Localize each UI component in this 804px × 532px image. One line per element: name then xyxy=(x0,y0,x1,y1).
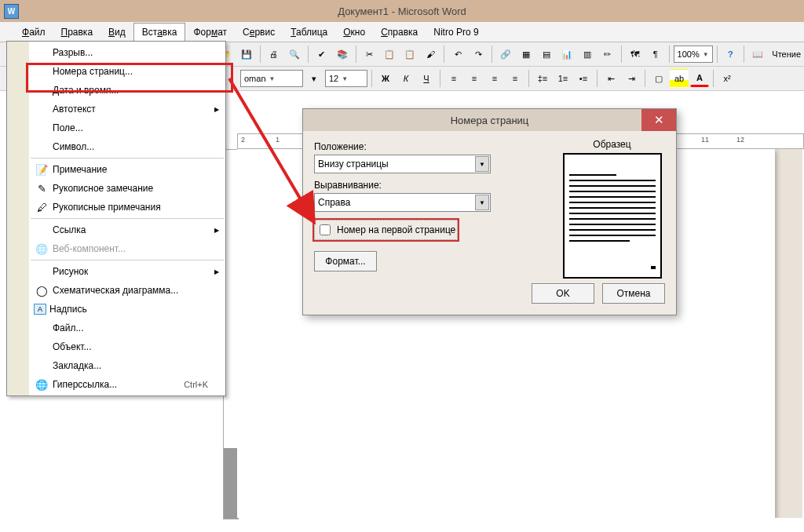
align-select[interactable]: Справа ▼ xyxy=(314,193,491,212)
numbering-icon[interactable]: 1≡ xyxy=(554,69,572,88)
dialog-close-button[interactable]: ✕ xyxy=(641,109,676,131)
first-page-label: Номер на первой странице xyxy=(337,224,455,235)
format-painter-icon[interactable]: 🖌 xyxy=(421,45,440,64)
align-left-icon[interactable]: ≡ xyxy=(444,69,463,88)
dialog-title-bar[interactable]: Номера страниц ✕ xyxy=(303,109,676,131)
chevron-down-icon: ▼ xyxy=(269,75,276,82)
copy-icon[interactable]: 📋 xyxy=(380,45,399,64)
menu-nitro[interactable]: Nitro Pro 9 xyxy=(426,24,486,41)
menu-file[interactable]: Файл xyxy=(14,24,53,41)
menu-item-diagram[interactable]: ◯Схематическая диаграмма... xyxy=(29,281,225,300)
font-size-combo[interactable]: 12 ▼ xyxy=(325,70,367,87)
menu-item-hyperlink[interactable]: 🌐Гиперссылка...Ctrl+K xyxy=(29,375,225,394)
align-value: Справа xyxy=(318,197,350,208)
position-select[interactable]: Внизу страницы ▼ xyxy=(314,155,491,173)
diagram-icon: ◯ xyxy=(34,282,49,298)
line-spacing-icon[interactable]: ‡≡ xyxy=(533,69,552,88)
comment-icon: 📝 xyxy=(34,162,49,177)
bullets-icon[interactable]: •≡ xyxy=(574,69,593,88)
menu-help[interactable]: Справка xyxy=(373,24,426,41)
read-mode-icon[interactable]: 📖 xyxy=(748,45,767,64)
textbox-icon: A xyxy=(34,304,46,315)
read-mode-label[interactable]: Чтение xyxy=(769,49,804,59)
font-dropdown-icon[interactable]: ▾ xyxy=(305,69,323,88)
menu-item-field[interactable]: Поле... xyxy=(29,118,225,137)
font-name-combo[interactable]: oman ▼ xyxy=(240,70,303,87)
menu-item-picture[interactable]: Рисунок▶ xyxy=(29,262,225,281)
preview-label: Образец xyxy=(559,139,665,150)
menu-table[interactable]: Таблица xyxy=(283,24,335,41)
menu-item-object[interactable]: Объект... xyxy=(29,337,225,356)
columns-icon[interactable]: ▥ xyxy=(578,45,597,64)
menu-item-reference[interactable]: Ссылка▶ xyxy=(29,220,225,239)
cut-icon[interactable]: ✂ xyxy=(360,45,378,64)
insert-table-icon[interactable]: ▤ xyxy=(537,45,556,64)
help-icon[interactable]: ? xyxy=(721,45,740,64)
increase-indent-icon[interactable]: ⇥ xyxy=(622,69,641,88)
align-justify-icon[interactable]: ≡ xyxy=(506,69,524,88)
menu-item-bookmark[interactable]: Закладка... xyxy=(29,356,225,375)
preview-thumbnail xyxy=(563,153,662,279)
chevron-down-icon: ▼ xyxy=(475,156,489,172)
menu-item-symbol[interactable]: Символ... xyxy=(29,137,225,156)
menu-edit[interactable]: Правка xyxy=(53,24,101,41)
font-name-value: oman xyxy=(244,74,266,83)
save-icon[interactable]: 💾 xyxy=(237,45,256,64)
menu-bar: Файл Правка Вид Вставка Формат Сервис Та… xyxy=(0,22,804,42)
menu-item-ink-notes[interactable]: 🖊Рукописные примечания xyxy=(29,198,225,217)
drawing-icon[interactable]: ✏ xyxy=(598,45,617,64)
bold-button[interactable]: Ж xyxy=(376,69,395,88)
ok-button[interactable]: OK xyxy=(532,283,594,304)
menu-insert[interactable]: Вставка xyxy=(133,23,186,41)
menu-item-page-numbers[interactable]: Номера страниц... xyxy=(29,62,225,81)
spellcheck-icon[interactable]: ✔ xyxy=(312,45,331,64)
hyperlink-icon[interactable]: 🔗 xyxy=(496,45,515,64)
research-icon[interactable]: 📚 xyxy=(333,45,352,64)
superscript-icon[interactable]: x² xyxy=(718,69,736,88)
tables-borders-icon[interactable]: ▦ xyxy=(517,45,535,64)
align-right-icon[interactable]: ≡ xyxy=(485,69,504,88)
show-formatting-icon[interactable]: ¶ xyxy=(646,45,665,64)
position-value: Внизу страницы xyxy=(318,159,389,169)
menu-item-comment[interactable]: 📝Примечание xyxy=(29,160,225,179)
chevron-down-icon: ▼ xyxy=(703,51,709,58)
menu-view[interactable]: Вид xyxy=(100,24,133,41)
font-color-icon[interactable]: A xyxy=(690,70,709,87)
window-title: Документ1 - Microsoft Word xyxy=(338,5,466,17)
zoom-combo[interactable]: 100% ▼ xyxy=(674,46,713,63)
highlight-icon[interactable]: ab xyxy=(670,69,689,88)
first-page-checkbox-row[interactable]: Номер на первой странице xyxy=(314,220,458,240)
menu-service[interactable]: Сервис xyxy=(235,24,283,41)
borders-icon[interactable]: ▢ xyxy=(649,69,668,88)
decrease-indent-icon[interactable]: ⇤ xyxy=(601,69,620,88)
menu-icon-strip xyxy=(7,42,29,395)
menu-item-datetime[interactable]: Дата и время... xyxy=(29,81,225,100)
menu-item-textbox[interactable]: AНадпись xyxy=(29,300,225,319)
chevron-down-icon: ▼ xyxy=(475,195,489,210)
cancel-button[interactable]: Отмена xyxy=(602,283,665,304)
dialog-title: Номера страниц xyxy=(451,115,529,126)
app-window: W Документ1 - Microsoft Word Файл Правка… xyxy=(0,0,804,532)
paste-icon[interactable]: 📋 xyxy=(400,45,419,64)
italic-button[interactable]: К xyxy=(397,69,415,88)
doc-map-icon[interactable]: 🗺 xyxy=(626,45,645,64)
menu-window[interactable]: Окно xyxy=(335,24,373,41)
menu-item-autotext[interactable]: Автотекст▶ xyxy=(29,100,225,118)
excel-icon[interactable]: 📊 xyxy=(557,45,576,64)
format-button[interactable]: Формат... xyxy=(314,251,377,271)
menu-format[interactable]: Формат xyxy=(185,24,235,41)
first-page-checkbox[interactable] xyxy=(320,224,331,235)
menu-item-web-component: 🌐Веб-компонент... xyxy=(29,239,225,258)
redo-icon[interactable]: ↷ xyxy=(469,45,488,64)
position-label: Положение: xyxy=(314,141,543,152)
print-icon[interactable]: 🖨 xyxy=(265,45,283,64)
align-center-icon[interactable]: ≡ xyxy=(465,69,484,88)
preview-icon[interactable]: 🔍 xyxy=(285,45,304,64)
zoom-value: 100% xyxy=(678,49,700,59)
menu-item-break[interactable]: Разрыв... xyxy=(29,43,225,62)
undo-icon[interactable]: ↶ xyxy=(448,45,467,64)
menu-item-ink-comment[interactable]: ✎Рукописное замечание xyxy=(29,179,225,198)
title-bar: W Документ1 - Microsoft Word xyxy=(0,0,804,22)
underline-button[interactable]: Ч xyxy=(417,69,436,88)
menu-item-file[interactable]: Файл... xyxy=(29,319,225,337)
